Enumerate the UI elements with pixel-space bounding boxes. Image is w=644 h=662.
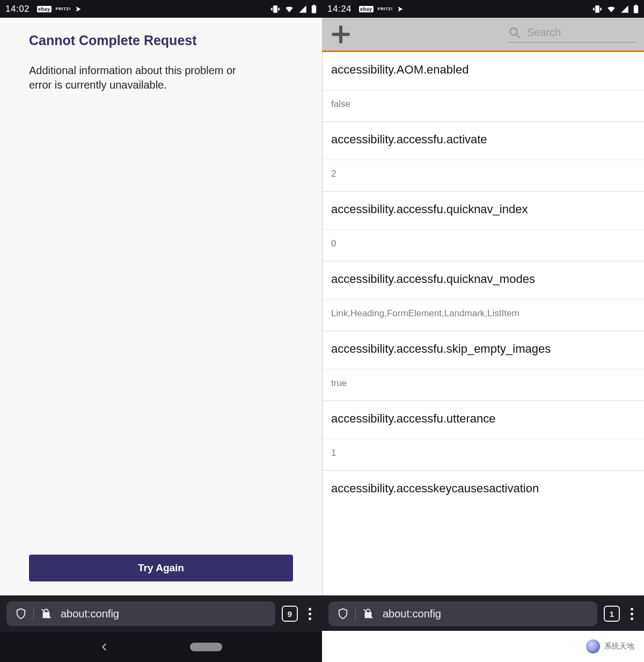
pref-key[interactable]: accessibility.accessfu.skip_empty_images <box>323 331 644 369</box>
tab-counter[interactable]: 1 <box>604 606 620 622</box>
battery-icon <box>633 4 639 14</box>
search-input[interactable] <box>527 26 636 39</box>
pref-list[interactable]: accessibility.AOM.enabled false accessib… <box>322 52 644 595</box>
browser-bottom-bar: about:config 1 <box>322 595 644 632</box>
app-icon <box>75 5 83 13</box>
url-text: about:config <box>61 608 119 620</box>
status-time: 14:02 <box>5 4 30 14</box>
svg-rect-3 <box>635 4 636 5</box>
wifi-icon <box>606 4 616 14</box>
status-bar: 14:02 ebay FRITZ! <box>0 0 322 18</box>
fritz-icon: FRITZ! <box>56 6 71 11</box>
pref-key[interactable]: accessibility.accesskeycausesactivation <box>323 470 644 508</box>
pref-value[interactable]: 2 <box>323 159 644 191</box>
ebay-icon: ebay <box>37 6 52 12</box>
url-divider <box>33 607 34 621</box>
nav-home-pill[interactable] <box>190 643 222 651</box>
ebay-icon: ebay <box>359 6 374 12</box>
wifi-icon <box>284 4 294 14</box>
tab-counter[interactable]: 9 <box>282 606 298 622</box>
vibrate-icon <box>592 4 602 14</box>
status-bar: 14:24 ebay FRITZ! <box>322 0 644 18</box>
pref-key[interactable]: accessibility.AOM.enabled <box>323 52 644 90</box>
pref-key[interactable]: accessibility.accessfu.quicknav_modes <box>323 261 644 299</box>
menu-icon[interactable] <box>626 608 638 620</box>
signal-icon <box>298 5 307 13</box>
watermark-logo-icon <box>586 639 600 653</box>
url-bar[interactable]: about:config <box>6 601 275 626</box>
url-bar[interactable]: about:config <box>328 601 597 626</box>
tab-count-value: 1 <box>610 609 614 619</box>
error-body: Additional information about this proble… <box>29 63 260 92</box>
battery-icon <box>311 4 317 14</box>
android-nav-bar <box>0 632 322 662</box>
tab-count-value: 9 <box>288 609 292 619</box>
status-time: 14:24 <box>327 4 352 14</box>
pref-value[interactable]: true <box>323 369 644 401</box>
error-title: Cannot Complete Request <box>29 33 293 48</box>
signal-icon <box>620 5 629 13</box>
pref-value[interactable]: Link,Heading,FormElement,Landmark,ListIt… <box>323 299 644 331</box>
menu-icon[interactable] <box>304 608 316 620</box>
pref-key[interactable]: accessibility.accessfu.quicknav_index <box>323 191 644 229</box>
url-text: about:config <box>383 608 441 620</box>
watermark: 系统天地 <box>322 631 644 662</box>
url-divider <box>355 607 356 621</box>
svg-rect-1 <box>313 4 314 5</box>
pref-value[interactable]: 1 <box>323 439 644 470</box>
pref-value[interactable]: 0 <box>323 229 644 261</box>
lock-off-icon[interactable] <box>362 608 374 620</box>
search-field[interactable] <box>508 26 636 43</box>
fritz-icon: FRITZ! <box>378 6 393 11</box>
svg-rect-0 <box>312 5 316 13</box>
error-page: Cannot Complete Request Additional infor… <box>0 18 322 595</box>
try-again-button[interactable]: Try Again <box>29 555 293 581</box>
pref-value[interactable]: false <box>323 90 644 121</box>
search-icon <box>508 26 522 40</box>
svg-rect-2 <box>634 5 638 13</box>
shield-icon[interactable] <box>337 608 349 620</box>
app-icon <box>397 5 405 13</box>
nav-back-icon[interactable] <box>100 642 109 652</box>
lock-off-icon[interactable] <box>40 608 52 620</box>
vibrate-icon <box>270 4 280 14</box>
pref-key[interactable]: accessibility.accessfu.utterance <box>323 401 644 439</box>
browser-bottom-bar: about:config 9 <box>0 595 322 632</box>
add-pref-button[interactable] <box>330 23 352 46</box>
config-toolbar <box>322 18 644 52</box>
pref-key[interactable]: accessibility.accessfu.activate <box>323 121 644 159</box>
shield-icon[interactable] <box>15 608 27 620</box>
watermark-text: 系统天地 <box>604 642 634 651</box>
